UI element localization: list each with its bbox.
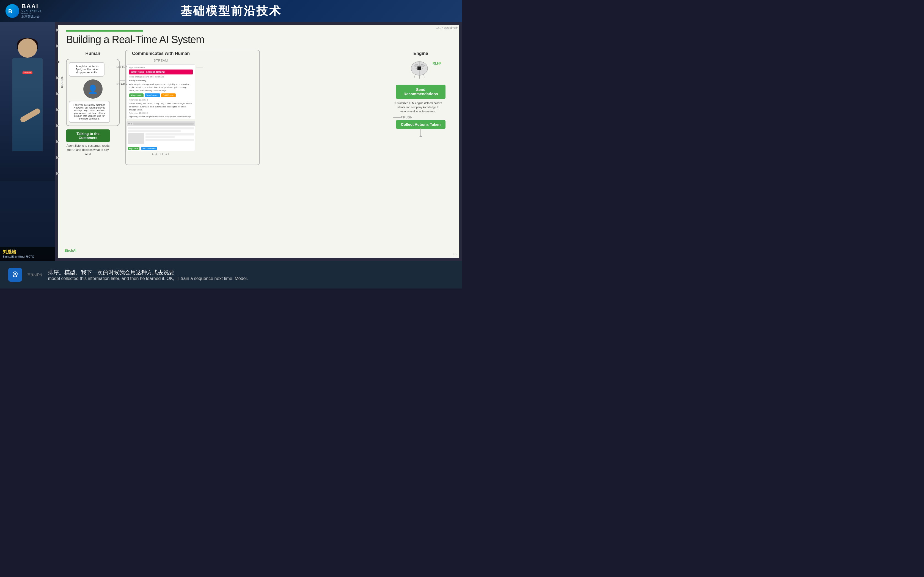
caption-text-block: 排序。模型。我下一次的时候我会用这种方式去说要 model collected … — [48, 268, 454, 281]
guidance-subtext: Price change around after purchase — [129, 76, 193, 78]
birch-logo: BirchAI — [65, 249, 76, 255]
human-column: Human I bought a printer in April, but t… — [66, 51, 120, 156]
screenshot-tabs — [133, 122, 194, 125]
push-label: PUSH — [403, 116, 413, 119]
engine-description: Customized LLM engine detects caller's i… — [391, 101, 446, 113]
header: B BAAI CONFERENCE 6.9—6.12 北京智源大会 基础模型前沿… — [0, 0, 462, 22]
row-3 — [145, 133, 194, 135]
tag-1: All up-to-date — [129, 93, 144, 97]
collect-arrowhead — [419, 135, 422, 137]
ref-1: Reference: 12.30.01-5 — [129, 98, 193, 102]
speaker-name: 刘胤焰 — [3, 249, 52, 255]
row-1 — [128, 127, 194, 129]
engine-label: Engine — [391, 51, 451, 56]
bullet-7: ▶ — [57, 123, 61, 128]
engine-column: Engine — [391, 51, 451, 129]
refund-text: Unfortunately, our refund policy only co… — [129, 102, 193, 111]
screenshot-panel: High Value Recommended — [126, 121, 195, 151]
caption-bar: 百度AI图传 排序。模型。我下一次的时候我会用这种方式去说要 model col… — [0, 261, 462, 288]
customer-speech-bubble: I bought a printer in April, but the pri… — [69, 62, 105, 77]
speaker-photo: SPEAKER — [0, 22, 55, 181]
speaker-head — [18, 39, 37, 58]
tags-row: All up-to-date New Customer Gold Member — [129, 93, 193, 98]
high-value-area: High Value Recommended — [128, 145, 194, 150]
intent-header: Intent Topic: Seeking Refund — [129, 69, 193, 74]
human-label: Human — [66, 51, 120, 56]
row-4 — [145, 136, 174, 138]
collect-arrow — [419, 128, 422, 137]
bullet-arrows: ▶ ▶ ◀ ▶ ▶ ▶ ▶ ▶ ▶ ▶ — [57, 27, 61, 176]
bullet-6: ▶ — [57, 107, 61, 112]
read-label: READ — [116, 83, 125, 86]
brain-icon — [409, 59, 430, 81]
watermark: CSDN @AI波行者 — [436, 26, 458, 30]
listen-label: LISTEN — [116, 65, 128, 68]
svg-text:B: B — [8, 8, 12, 14]
talking-customers-section: Talking to the Customers Agent listens t… — [66, 129, 120, 156]
push-row: ▶ PUSH — [393, 116, 451, 119]
dot-1 — [128, 123, 130, 124]
logo-beijing: 北京智源大会 — [21, 15, 42, 19]
screenshot-header — [127, 121, 195, 126]
caption-english: model collected this information later, … — [48, 276, 454, 281]
baai-text: BAAI — [21, 3, 42, 9]
bullet-3: ◀ — [57, 60, 61, 64]
bullet-9: ▶ — [57, 155, 61, 160]
bullet-1: ▶ — [57, 27, 61, 32]
guidance-body: Policy Summary When a price changes afte… — [129, 79, 193, 119]
baidu-ai-icon — [10, 270, 20, 280]
bullet-10: ▶ — [57, 171, 61, 176]
speaker-title: Birch.ai核心创始人及CTO — [3, 255, 52, 259]
comms-column: Communicates with Human STREAM Agent Gui… — [126, 51, 195, 156]
send-recommendations-btn: Send Recommendations — [396, 85, 446, 99]
comms-label: Communicates with Human — [126, 51, 195, 56]
caption-source: 百度AI图传 — [27, 273, 42, 277]
speaker-badge: 刘胤焰 Birch.ai核心创始人及CTO — [0, 247, 55, 261]
row-5 — [145, 139, 194, 141]
bullet-2: ▶ — [57, 44, 61, 48]
screenshot-map — [128, 133, 144, 144]
slide-area: Building a Real-Time AI System Human I b… — [58, 25, 459, 258]
avatar: 👤 — [83, 79, 103, 98]
svg-line-5 — [414, 74, 415, 77]
logo-date: 6.9—6.12 — [21, 12, 42, 15]
talking-customers-label: Talking to the Customers — [66, 129, 110, 142]
arrow-hc — [120, 65, 126, 65]
speaker-arm — [19, 108, 41, 123]
row-2 — [128, 130, 181, 132]
svg-point-8 — [14, 273, 16, 275]
speaker-body: SPEAKER — [12, 58, 43, 151]
collect-actions-btn: Collect Actions Taken — [396, 120, 446, 129]
rlhf-label: RLHF — [433, 61, 441, 65]
diagram-wrapper: Human I bought a printer in April, but t… — [66, 51, 451, 175]
agent-guidance-label: Agent Guidance — [129, 66, 193, 69]
arrow-hc-2 — [120, 80, 126, 81]
high-value-badge: High Value — [128, 147, 139, 150]
caption-icon — [8, 268, 22, 282]
bullet-5: ▶ — [57, 91, 61, 96]
avatar-icon: 👤 — [88, 84, 98, 94]
tag-2: New Customer — [145, 93, 160, 97]
dot-2 — [131, 123, 132, 124]
slide-title: Building a Real-Time AI System — [66, 34, 451, 46]
logo-text: BAAI CONFERENCE 6.9—6.12 北京智源大会 — [21, 3, 42, 19]
slide-number: 15 — [453, 252, 457, 256]
collect-label: COLLECT — [126, 152, 195, 156]
talking-customers-desc: Agent listens to customer, reads the UI … — [66, 144, 110, 156]
collect-line — [420, 128, 421, 135]
caption-chinese: 排序。模型。我下一次的时候我会用这种方式去说要 — [48, 268, 454, 276]
recommended-badge: Recommended — [141, 147, 157, 150]
policy2-text: Typically, our refund price difference o… — [129, 115, 193, 119]
brain-container: RLHF — [409, 59, 433, 82]
agent-response-bubble: I see you are a new member. However, our… — [69, 101, 110, 123]
title-bar — [66, 30, 143, 32]
caption-source-block: 百度AI图传 — [27, 273, 42, 277]
screenshot-text-rows — [145, 133, 194, 144]
guidance-panel: Agent Guidance Intent Topic: Seeking Ref… — [126, 64, 195, 119]
arrow-ce — [196, 68, 203, 68]
speaker-section: BAAI CONFERENCE SPEAKER 刘胤焰 Birch.ai核心创始… — [0, 22, 55, 261]
header-title: 基础模型前沿技术 — [180, 3, 282, 19]
svg-line-6 — [423, 74, 424, 77]
listen-arrow: LISTEN — [108, 65, 128, 68]
main-content: BAAI CONFERENCE SPEAKER 刘胤焰 Birch.ai核心创始… — [0, 22, 462, 261]
